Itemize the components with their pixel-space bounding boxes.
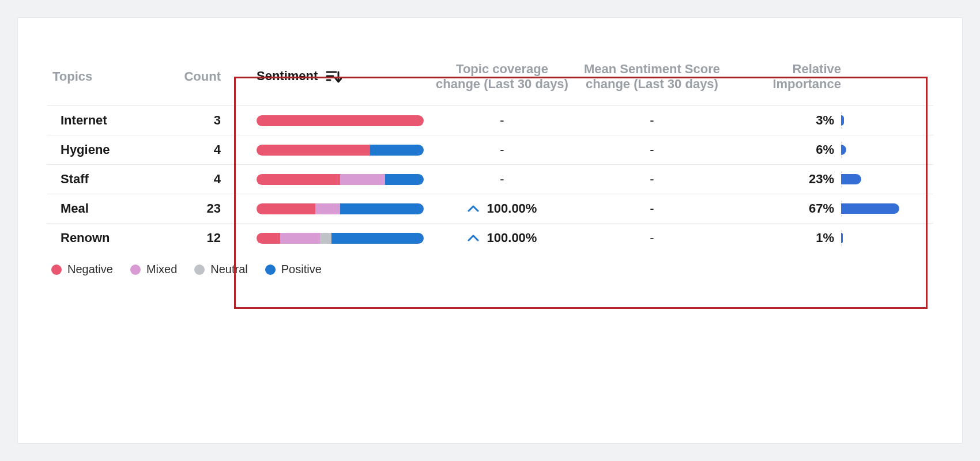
sentiment-negative-segment — [257, 115, 424, 126]
coverage-value: - — [500, 172, 504, 186]
coverage-value: - — [500, 142, 504, 157]
sentiment-bar — [257, 115, 424, 126]
sentiment-legend: Negative Mixed Neutral Positive — [47, 263, 933, 276]
header-mean-score[interactable]: Mean Sentiment Score change (Last 30 day… — [577, 52, 727, 106]
sentiment-negative-segment — [257, 203, 315, 214]
sentiment-positive-segment — [331, 233, 424, 244]
topics-table: Topics Count Sentiment Topic cove — [47, 52, 933, 252]
importance-bar — [841, 203, 928, 214]
table-header-row: Topics Count Sentiment Topic cove — [47, 52, 933, 106]
sentiment-bar — [257, 233, 424, 244]
mean-score-cell: - — [577, 224, 727, 253]
header-importance[interactable]: Relative Importance — [727, 52, 933, 106]
importance-value: 67% — [800, 201, 834, 216]
topic-name: Renown — [47, 224, 174, 253]
chevron-up-icon — [468, 234, 479, 242]
table-row[interactable]: Renown 12 100.00% - 1% — [47, 224, 933, 253]
table-row[interactable]: Hygiene 4 - - 6% — [47, 135, 933, 165]
table-row[interactable]: Meal 23 100.00% - 67% — [47, 194, 933, 224]
importance-value: 1% — [800, 231, 834, 245]
mean-score-cell: - — [577, 135, 727, 165]
analytics-panel: Topics Count Sentiment Topic cove — [17, 17, 963, 444]
sort-desc-icon — [326, 70, 342, 85]
sentiment-bar — [257, 203, 424, 214]
importance-cell: 67% — [727, 194, 933, 224]
importance-cell: 1% — [727, 224, 933, 253]
mean-score-cell: - — [577, 194, 727, 224]
coverage-cell: 100.00% — [427, 224, 577, 253]
sentiment-cell — [237, 135, 427, 165]
sentiment-positive-segment — [340, 203, 424, 214]
sentiment-cell — [237, 194, 427, 224]
legend-positive: Positive — [265, 263, 322, 276]
topic-name: Internet — [47, 106, 174, 135]
importance-value: 3% — [800, 113, 834, 128]
header-sentiment[interactable]: Sentiment — [237, 52, 427, 106]
dot-icon — [194, 264, 205, 275]
legend-negative-label: Negative — [67, 263, 113, 276]
importance-bar — [841, 232, 928, 244]
mean-score-cell: - — [577, 165, 727, 194]
coverage-cell: - — [427, 165, 577, 194]
sentiment-negative-segment — [257, 174, 340, 185]
legend-positive-label: Positive — [281, 263, 322, 276]
sentiment-bar — [257, 145, 424, 156]
dot-icon — [51, 264, 62, 275]
header-sentiment-label: Sentiment — [257, 69, 318, 83]
mean-score-cell: - — [577, 106, 727, 135]
importance-bar — [841, 115, 928, 126]
table-row[interactable]: Internet 3 - - 3% — [47, 106, 933, 135]
importance-cell: 23% — [727, 165, 933, 194]
header-coverage[interactable]: Topic coverage change (Last 30 days) — [427, 52, 577, 106]
sentiment-mixed-segment — [340, 174, 385, 185]
dot-icon — [130, 264, 141, 275]
legend-neutral-label: Neutral — [210, 263, 247, 276]
legend-negative: Negative — [51, 263, 113, 276]
sentiment-cell — [237, 106, 427, 135]
importance-cell: 3% — [727, 106, 933, 135]
legend-neutral: Neutral — [194, 263, 247, 276]
importance-bar — [841, 144, 928, 156]
chevron-up-icon — [468, 205, 479, 213]
sentiment-neutral-segment — [320, 233, 331, 244]
importance-bar — [841, 173, 928, 185]
topic-count: 4 — [174, 135, 237, 165]
table-row[interactable]: Staff 4 - - 23% — [47, 165, 933, 194]
coverage-cell: - — [427, 106, 577, 135]
coverage-cell: - — [427, 135, 577, 165]
sentiment-negative-segment — [257, 233, 280, 244]
topic-name: Staff — [47, 165, 174, 194]
topic-count: 12 — [174, 224, 237, 253]
sentiment-cell — [237, 165, 427, 194]
dot-icon — [265, 264, 276, 275]
topic-count: 4 — [174, 165, 237, 194]
importance-cell: 6% — [727, 135, 933, 165]
topic-name: Meal — [47, 194, 174, 224]
importance-value: 6% — [800, 142, 834, 157]
coverage-value: 100.00% — [487, 201, 537, 216]
topic-count: 23 — [174, 194, 237, 224]
coverage-value: - — [500, 113, 504, 127]
sentiment-mixed-segment — [315, 203, 341, 214]
sentiment-mixed-segment — [280, 233, 321, 244]
coverage-value: 100.00% — [487, 231, 537, 245]
importance-value: 23% — [800, 172, 834, 187]
coverage-cell: 100.00% — [427, 194, 577, 224]
sentiment-negative-segment — [257, 145, 370, 156]
header-count[interactable]: Count — [174, 52, 237, 106]
header-topics[interactable]: Topics — [47, 52, 174, 106]
sentiment-positive-segment — [385, 174, 424, 185]
sentiment-cell — [237, 224, 427, 253]
legend-mixed-label: Mixed — [146, 263, 177, 276]
legend-mixed: Mixed — [130, 263, 177, 276]
sentiment-bar — [257, 174, 424, 185]
topic-count: 3 — [174, 106, 237, 135]
sentiment-positive-segment — [370, 145, 424, 156]
topic-name: Hygiene — [47, 135, 174, 165]
